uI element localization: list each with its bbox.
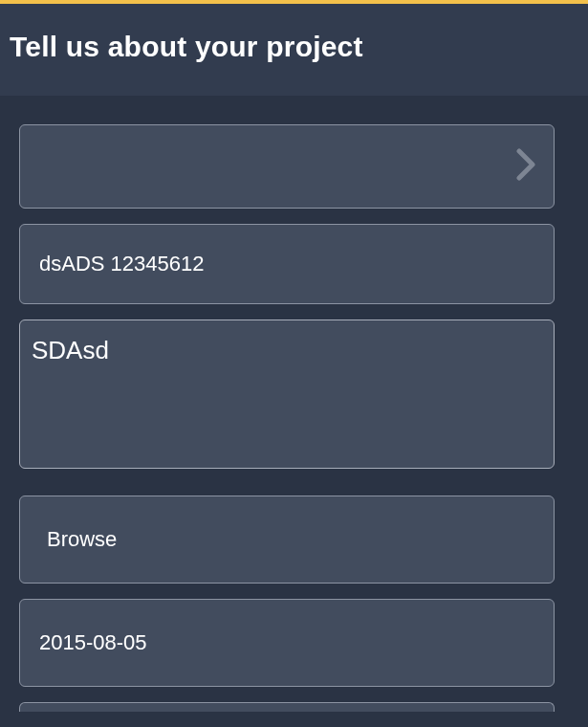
page-header: Tell us about your project xyxy=(0,4,588,96)
project-date-input[interactable]: 2015-08-05 xyxy=(19,599,555,687)
project-type-select[interactable] xyxy=(19,124,555,209)
date-value: 2015-08-05 xyxy=(39,630,147,655)
project-type-wrap xyxy=(19,124,555,209)
page-title: Tell us about your project xyxy=(10,31,578,63)
browse-label: Browse xyxy=(47,527,117,552)
next-field-partial xyxy=(19,702,555,712)
project-description-textarea[interactable] xyxy=(19,319,555,469)
file-browse-button[interactable]: Browse xyxy=(19,496,555,584)
project-form: Browse 2015-08-05 xyxy=(0,96,588,712)
project-name-input[interactable] xyxy=(19,224,555,304)
